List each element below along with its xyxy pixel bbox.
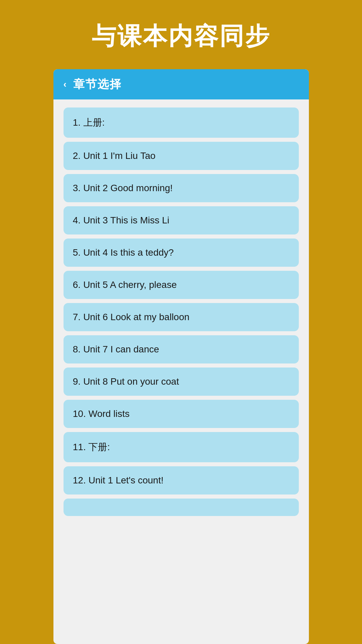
list-item-label: 2. Unit 1 I'm Liu Tao bbox=[73, 151, 156, 161]
list-item[interactable]: 2. Unit 1 I'm Liu Tao bbox=[64, 142, 299, 170]
list-item-label: 5. Unit 4 Is this a teddy? bbox=[73, 247, 174, 258]
list-item[interactable]: 7. Unit 6 Look at my balloon bbox=[64, 303, 299, 331]
back-arrow-icon[interactable]: ‹ bbox=[64, 79, 67, 90]
header-title: 章节选择 bbox=[73, 77, 122, 92]
chapter-list: 1. 上册: 2. Unit 1 I'm Liu Tao 3. Unit 2 G… bbox=[53, 99, 309, 616]
list-item[interactable]: 4. Unit 3 This is Miss Li bbox=[64, 206, 299, 234]
list-item-label: 9. Unit 8 Put on your coat bbox=[73, 376, 179, 387]
list-item-label: 3. Unit 2 Good morning! bbox=[73, 183, 173, 193]
list-item[interactable]: 3. Unit 2 Good morning! bbox=[64, 174, 299, 202]
list-item[interactable]: 5. Unit 4 Is this a teddy? bbox=[64, 239, 299, 267]
header-bar: ‹ 章节选择 bbox=[53, 69, 309, 99]
list-item[interactable]: 6. Unit 5 A cherry, please bbox=[64, 271, 299, 299]
list-item-partial[interactable] bbox=[64, 499, 299, 516]
list-item-label: 6. Unit 5 A cherry, please bbox=[73, 280, 177, 290]
list-item[interactable]: 9. Unit 8 Put on your coat bbox=[64, 368, 299, 396]
list-item-label: 4. Unit 3 This is Miss Li bbox=[73, 215, 169, 225]
app-container: ‹ 章节选择 1. 上册: 2. Unit 1 I'm Liu Tao 3. U… bbox=[53, 69, 309, 644]
list-item[interactable]: 12. Unit 1 Let's count! bbox=[64, 466, 299, 495]
list-item[interactable]: 1. 上册: bbox=[64, 108, 299, 138]
list-item[interactable]: 10. Word lists bbox=[64, 400, 299, 428]
list-item-label: 8. Unit 7 I can dance bbox=[73, 344, 159, 354]
list-item-label: 12. Unit 1 Let's count! bbox=[73, 475, 164, 485]
list-item-label: 7. Unit 6 Look at my balloon bbox=[73, 312, 190, 322]
list-item[interactable]: 11. 下册: bbox=[64, 432, 299, 462]
list-item[interactable]: 8. Unit 7 I can dance bbox=[64, 335, 299, 363]
page-title: 与课本内容同步 bbox=[78, 0, 284, 69]
list-item-label: 11. 下册: bbox=[73, 442, 110, 452]
list-item-label: 1. 上册: bbox=[73, 117, 105, 128]
list-item-label: 10. Word lists bbox=[73, 409, 130, 419]
